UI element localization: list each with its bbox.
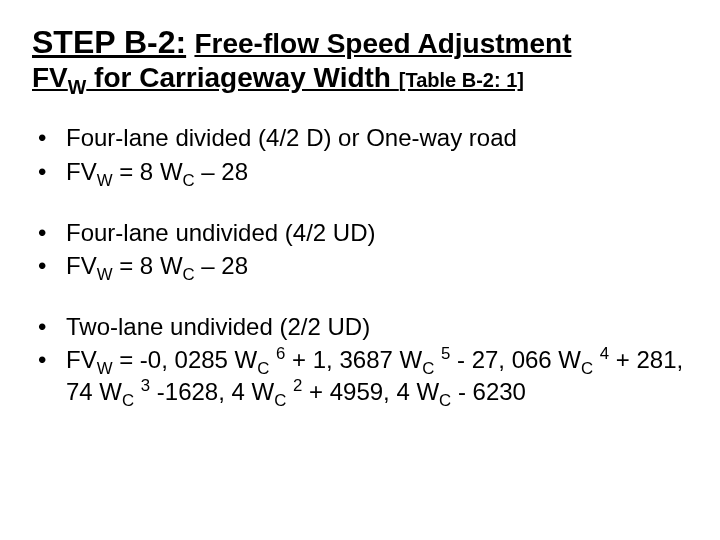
bullet-item: •Four-lane undivided (4/2 UD) bbox=[32, 217, 688, 248]
title-step: STEP B-2: bbox=[32, 24, 186, 60]
slide-title: STEP B-2: Free-flow Speed Adjustment FVW… bbox=[32, 24, 688, 94]
bullet-marker: • bbox=[32, 250, 66, 281]
bullet-group: •Four-lane divided (4/2 D) or One-way ro… bbox=[32, 122, 688, 186]
bullet-text: FVW = -0, 0285 WC 6 + 1, 3687 WC 5 - 27,… bbox=[66, 344, 688, 406]
bullet-marker: • bbox=[32, 311, 66, 342]
slide: STEP B-2: Free-flow Speed Adjustment FVW… bbox=[0, 0, 720, 540]
bullet-marker: • bbox=[32, 122, 66, 153]
title-fvw-sub: W bbox=[68, 75, 87, 97]
title-line-2: FVW for Carriageway Width [Table B-2: 1] bbox=[32, 61, 688, 95]
bullet-text: FVW = 8 WC – 28 bbox=[66, 250, 688, 281]
title-table-ref: [Table B-2: 1] bbox=[399, 69, 524, 91]
title-fvw-prefix: FV bbox=[32, 62, 68, 93]
bullet-group: •Four-lane undivided (4/2 UD)•FVW = 8 WC… bbox=[32, 217, 688, 281]
title-rest: Free-flow Speed Adjustment bbox=[194, 28, 571, 59]
title-line-1: STEP B-2: Free-flow Speed Adjustment bbox=[32, 24, 688, 61]
bullet-group: •Two-lane undivided (2/2 UD)•FVW = -0, 0… bbox=[32, 311, 688, 407]
bullet-item: •FVW = -0, 0285 WC 6 + 1, 3687 WC 5 - 27… bbox=[32, 344, 688, 406]
bullet-text: Four-lane divided (4/2 D) or One-way roa… bbox=[66, 122, 688, 153]
bullet-item: •Four-lane divided (4/2 D) or One-way ro… bbox=[32, 122, 688, 153]
bullet-list: •Four-lane divided (4/2 D) or One-way ro… bbox=[32, 122, 688, 406]
title-mid: for Carriageway Width bbox=[86, 62, 398, 93]
bullet-text: Two-lane undivided (2/2 UD) bbox=[66, 311, 688, 342]
bullet-marker: • bbox=[32, 217, 66, 248]
bullet-item: •Two-lane undivided (2/2 UD) bbox=[32, 311, 688, 342]
bullet-marker: • bbox=[32, 156, 66, 187]
bullet-item: •FVW = 8 WC – 28 bbox=[32, 250, 688, 281]
bullet-item: •FVW = 8 WC – 28 bbox=[32, 156, 688, 187]
bullet-text: Four-lane undivided (4/2 UD) bbox=[66, 217, 688, 248]
bullet-text: FVW = 8 WC – 28 bbox=[66, 156, 688, 187]
bullet-marker: • bbox=[32, 344, 66, 375]
